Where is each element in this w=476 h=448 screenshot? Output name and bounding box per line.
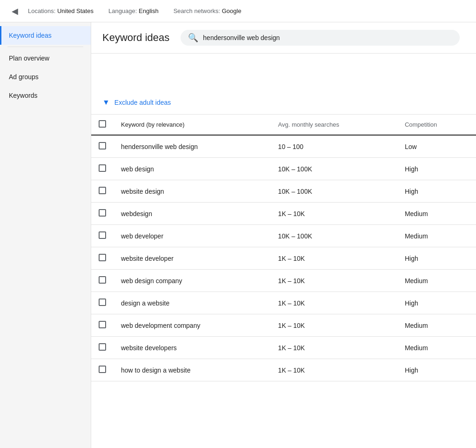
table-header-row: Keyword (by relevance) Avg. monthly sear… [91,115,476,135]
row-checkbox-cell [91,225,114,247]
collapse-sidebar-button[interactable]: ◀ [7,4,22,19]
row-checkbox-7[interactable] [99,299,106,306]
row-competition-4: Medium [397,225,476,247]
row-keyword-9: website developers [114,337,271,359]
row-checkbox-cell [91,135,114,158]
row-avg-searches-2: 10K – 100K [271,180,397,203]
main-content: Keyword ideas 🔍 ▼ Exclude adult ideas [91,22,476,448]
row-keyword-7: design a website [114,292,271,314]
main-header: Keyword ideas 🔍 [91,22,476,54]
row-keyword-10: how to design a website [114,359,271,381]
row-checkbox-1[interactable] [99,164,106,172]
row-checkbox-9[interactable] [99,343,106,351]
network-value: Google [222,7,241,14]
sidebar-item-keywords[interactable]: Keywords [0,86,91,105]
filter-area: ▼ Exclude adult ideas [91,91,476,115]
select-all-checkbox[interactable] [99,120,106,128]
sidebar-label-keywords: Keywords [9,92,37,99]
row-checkbox-cell [91,180,114,203]
row-competition-9: Medium [397,337,476,359]
row-checkbox-3[interactable] [99,209,106,217]
row-competition-1: High [397,158,476,180]
sidebar-item-ad-groups[interactable]: Ad groups [0,68,91,86]
row-avg-searches-0: 10 – 100 [271,135,397,158]
language-label: Language: [108,7,137,14]
row-competition-8: Medium [397,314,476,337]
row-checkbox-5[interactable] [99,254,106,261]
row-avg-searches-3: 1K – 10K [271,203,397,225]
row-keyword-2: website design [114,180,271,203]
page-title: Keyword ideas [102,32,169,44]
table-row: website developer 1K – 10K High [91,247,476,270]
table-row: how to design a website 1K – 10K High [91,359,476,381]
filter-icon: ▼ [102,98,110,107]
row-checkbox-cell [91,270,114,292]
network-label: Search networks: [174,7,220,14]
table-row: web design 10K – 100K High [91,158,476,180]
row-avg-searches-10: 1K – 10K [271,359,397,381]
row-competition-2: High [397,180,476,203]
row-checkbox-10[interactable] [99,366,106,373]
table-row: web design company 1K – 10K Medium [91,270,476,292]
row-checkbox-cell [91,314,114,337]
row-checkbox-0[interactable] [99,142,106,149]
header-competition: Competition [397,115,476,135]
row-avg-searches-6: 1K – 10K [271,270,397,292]
table-row: web developer 10K – 100K Medium [91,225,476,247]
row-keyword-4: web developer [114,225,271,247]
row-avg-searches-7: 1K – 10K [271,292,397,314]
row-keyword-5: website developer [114,247,271,270]
language-value: English [139,7,159,14]
row-checkbox-cell [91,292,114,314]
row-keyword-1: web design [114,158,271,180]
sidebar-item-keyword-ideas[interactable]: Keyword ideas [0,26,91,45]
row-competition-5: High [397,247,476,270]
language-meta: Language: English [108,7,159,14]
row-avg-searches-5: 1K – 10K [271,247,397,270]
row-checkbox-cell [91,337,114,359]
location-label: Locations: [28,7,55,14]
spacer [91,54,476,91]
exclude-adult-ideas-link[interactable]: Exclude adult ideas [114,99,171,106]
table-body: hendersonville web design 10 – 100 Low w… [91,135,476,381]
table-row: website developers 1K – 10K Medium [91,337,476,359]
search-box[interactable]: 🔍 [181,30,460,46]
row-competition-3: Medium [397,203,476,225]
keywords-table-container: Keyword (by relevance) Avg. monthly sear… [91,115,476,448]
sidebar-label-plan-overview: Plan overview [9,54,49,62]
row-avg-searches-4: 10K – 100K [271,225,397,247]
sidebar-divider [7,47,83,47]
header-keyword: Keyword (by relevance) [114,115,271,135]
search-input[interactable] [203,34,452,41]
row-competition-10: High [397,359,476,381]
row-avg-searches-1: 10K – 100K [271,158,397,180]
row-avg-searches-8: 1K – 10K [271,314,397,337]
row-checkbox-cell [91,247,114,270]
sidebar-label-keyword-ideas: Keyword ideas [9,32,52,39]
main-layout: Keyword ideas Plan overview Ad groups Ke… [0,22,476,448]
table-row: design a website 1K – 10K High [91,292,476,314]
row-checkbox-8[interactable] [99,321,106,328]
row-competition-6: Medium [397,270,476,292]
network-meta: Search networks: Google [174,7,241,14]
keywords-table: Keyword (by relevance) Avg. monthly sear… [91,115,476,381]
sidebar: Keyword ideas Plan overview Ad groups Ke… [0,22,91,448]
table-row: website design 10K – 100K High [91,180,476,203]
row-competition-7: High [397,292,476,314]
row-avg-searches-9: 1K – 10K [271,337,397,359]
row-checkbox-6[interactable] [99,276,106,284]
table-row: hendersonville web design 10 – 100 Low [91,135,476,158]
table-row: web development company 1K – 10K Medium [91,314,476,337]
row-competition-0: Low [397,135,476,158]
sidebar-item-plan-overview[interactable]: Plan overview [0,49,91,68]
row-checkbox-cell [91,158,114,180]
row-keyword-3: webdesign [114,203,271,225]
row-keyword-8: web development company [114,314,271,337]
header-select-all-col [91,115,114,135]
location-meta: Locations: United States [28,7,94,14]
row-checkbox-2[interactable] [99,187,106,194]
top-bar: ◀ Locations: United States Language: Eng… [0,0,476,22]
search-icon: 🔍 [188,33,198,43]
row-keyword-0: hendersonville web design [114,135,271,158]
row-checkbox-4[interactable] [99,231,106,239]
